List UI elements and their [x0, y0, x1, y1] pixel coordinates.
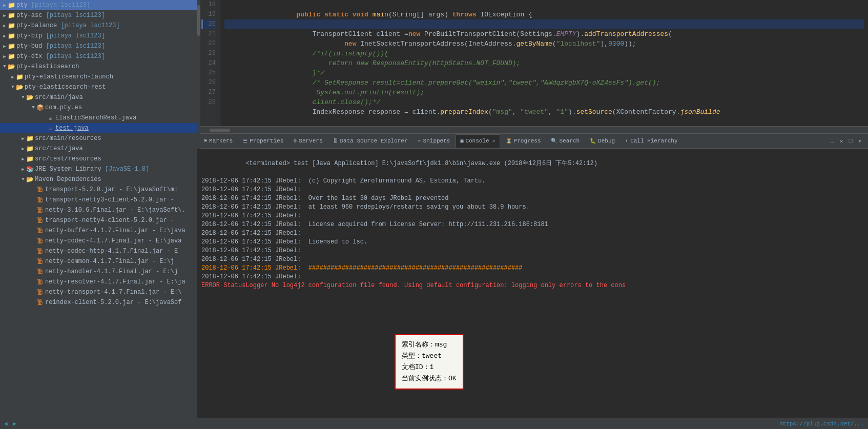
tab-search[interactable]: 🔍 Search	[546, 134, 584, 148]
tab-progress[interactable]: ⏳ Progress	[501, 134, 546, 148]
sidebar-item-reindex-client[interactable]: 🗜 reindex-client-5.2.0.jar - E:\javaSof	[0, 297, 197, 308]
sidebar-scroll-thumb[interactable]	[197, 5, 200, 36]
sidebar-item-label: pty [pitaya lsc1123]	[16, 2, 90, 9]
sidebar-item-netty-codec-http[interactable]: 🗜 netty-codec-http-4.1.7.Final.jar - E	[0, 246, 197, 256]
sidebar-item-netty-codec[interactable]: 🗜 netty-codec-4.1.7.Final.jar - E:\java	[0, 236, 197, 246]
jar-icon: 🗜	[36, 206, 44, 214]
tab-servers[interactable]: ⚙ Servers	[289, 134, 327, 148]
expand-icon[interactable]: ▶	[2, 3, 7, 8]
line-num-24: 24	[201, 58, 216, 68]
tab-console[interactable]: ▣ Console ✕	[456, 134, 500, 148]
line-num-22: 22	[201, 39, 216, 49]
sidebar-item-pty-dtx[interactable]: ▶ 📁 pty-dtx [pitaya lsc1123]	[0, 51, 197, 62]
expand-icon[interactable]: ▶	[20, 136, 26, 141]
expand-icon[interactable]: ▼	[31, 105, 36, 110]
sidebar-item-transport-netty3[interactable]: 🗜 transport-netty3-client-5.2.0.jar -	[0, 195, 197, 205]
expand-icon[interactable]: ▼	[2, 64, 7, 69]
jar-icon: 🗜	[36, 288, 44, 296]
minimize-button[interactable]: _	[828, 137, 836, 145]
sidebar-item-label: netty-transport-4.1.7.Final.jar - E:\	[45, 289, 181, 296]
sidebar-item-label: src/main/resources	[35, 135, 101, 142]
expand-icon[interactable]: ▶	[2, 13, 7, 18]
sidebar-item-jre-system[interactable]: ▶ 📚 JRE System Library [JavaSE-1.8]	[0, 164, 197, 174]
sidebar-item-label: com.pty.es	[45, 104, 82, 111]
code-area: 18 19 20 21 22 23 24 25 26 27 28	[197, 0, 868, 126]
sidebar-item-label: pty-balance [pitaya lsc1123]	[16, 22, 120, 29]
no-expand	[31, 269, 36, 274]
code-hscroll[interactable]	[197, 126, 868, 133]
tab-markers-label: Markers	[209, 138, 233, 144]
code-editor: 18 19 20 21 22 23 24 25 26 27 28	[197, 0, 868, 133]
console-line-5: 2018-12-06 17:42:15 JRebel:	[201, 212, 864, 220]
sidebar-item-netty-handler[interactable]: 🗜 netty-handler-4.1.7.Final.jar - E:\j	[0, 267, 197, 277]
sidebar-item-pty-bud[interactable]: ▶ 📁 pty-bud [pitaya lsc1123]	[0, 41, 197, 51]
sidebar-item-maven-deps[interactable]: ▼ 📂 Maven Dependencies	[0, 174, 197, 185]
sidebar-item-transport-netty4[interactable]: 🗜 transport-netty4-client-5.2.0.jar -	[0, 215, 197, 226]
sidebar-item-src-main-java[interactable]: ▼ 📂 src/main/java	[0, 92, 197, 103]
sidebar-item-src-main-resources[interactable]: ▶ 📁 src/main/resources	[0, 133, 197, 144]
jar-icon: 🗜	[36, 237, 44, 245]
bottom-left-arrow-left[interactable]: ◀	[4, 421, 8, 427]
folder-icon: 📁	[7, 22, 15, 30]
jar-icon: 🗜	[36, 227, 44, 235]
sidebar-item-src-test-java[interactable]: ▶ 📁 src/test/java	[0, 144, 197, 154]
sidebar-item-transport-520[interactable]: 🗜 transport-5.2.0.jar - E:\javaSoft\m:	[0, 185, 197, 195]
sidebar-item-test-java[interactable]: ☕ test.java	[0, 123, 197, 133]
sidebar-item-elasticsearch-rest-java[interactable]: ☕ ElasticSearchRest.java	[0, 113, 197, 123]
tab-console-label: Console	[465, 138, 489, 144]
line-numbers: 18 19 20 21 22 23 24 25 26 27 28	[197, 0, 220, 126]
folder-icon: 📂	[26, 93, 34, 101]
tab-call-hierarchy[interactable]: ⬆ Call Hierarchy	[621, 134, 682, 148]
expand-icon[interactable]: ▶	[2, 23, 7, 28]
tab-search-label: Search	[559, 138, 580, 144]
sidebar-item-pty-elasticsearch-rest[interactable]: ▼ 📂 pty-elasticsearch-rest	[0, 82, 197, 92]
sidebar-item-netty-resolver[interactable]: 🗜 netty-resolver-4.1.7.Final.jar - E:\ja	[0, 277, 197, 287]
expand-icon[interactable]: ▼	[20, 95, 26, 100]
tab-debug[interactable]: 🐛 Debug	[585, 134, 619, 148]
sidebar-item-pty-balance[interactable]: ▶ 📁 pty-balance [pitaya lsc1123]	[0, 21, 197, 31]
sidebar-item-com-pty-es[interactable]: ▼ 📦 com.pty.es	[0, 103, 197, 113]
console-line-8: 2018-12-06 17:42:15 JRebel: Licensed to …	[201, 238, 864, 247]
expand-icon[interactable]: ▼	[20, 177, 26, 182]
sidebar-item-pty[interactable]: ▶ 📁 pty [pitaya lsc1123]	[0, 0, 197, 10]
close-console-button[interactable]: ✕	[837, 137, 845, 145]
bottom-left-arrow-right[interactable]: ▶	[13, 421, 16, 427]
tab-call-hierarchy-label: Call Hierarchy	[630, 138, 677, 144]
no-expand	[31, 218, 36, 223]
tab-data-source-explorer[interactable]: 🗄 Data Source Explorer	[328, 134, 412, 148]
sidebar-item-label: test.java	[55, 125, 89, 132]
console-terminated-line: <terminated> test [Java Application] E:\…	[201, 151, 864, 177]
expand-icon[interactable]: ▶	[2, 33, 7, 38]
expand-icon[interactable]: ▶	[20, 146, 26, 151]
sidebar-item-pty-elasticsearch-launch[interactable]: ▶ 📁 pty-elasticsearch-launch	[0, 72, 197, 82]
console-line-10: 2018-12-06 17:42:15 JRebel:	[201, 255, 864, 264]
tab-console-close[interactable]: ✕	[492, 138, 495, 144]
sidebar-item-pty-bip[interactable]: ▶ 📁 pty-bip [pitaya lsc1123]	[0, 31, 197, 41]
tab-snippets[interactable]: ✂ Snippets	[414, 134, 455, 148]
maximize-button[interactable]: □	[846, 137, 855, 145]
sidebar-item-label: netty-codec-http-4.1.7.Final.jar - E	[45, 248, 178, 255]
tab-properties[interactable]: ☰ Properties	[238, 134, 288, 148]
sidebar-item-netty-310[interactable]: 🗜 netty-3.10.6.Final.jar - E:\javaSoft\.	[0, 205, 197, 215]
expand-icon[interactable]: ▶	[10, 74, 15, 79]
sidebar-item-pty-elasticsearch[interactable]: ▼ 📂 pty-elasticsearch	[0, 62, 197, 72]
expand-icon[interactable]: ▶	[20, 167, 26, 172]
project-explorer: ▶ 📁 pty [pitaya lsc1123] ▶ 📁 pty-asc [pi…	[0, 0, 197, 418]
sidebar-item-netty-common[interactable]: 🗜 netty-common-4.1.7.Final.jar - E:\j	[0, 256, 197, 267]
sidebar-item-netty-buffer[interactable]: 🗜 netty-buffer-4.1.7.Final.jar - E:\java	[0, 226, 197, 236]
expand-icon[interactable]: ▼	[10, 85, 15, 90]
jar-icon: 🗜	[36, 278, 44, 286]
expand-icon[interactable]: ▶	[20, 156, 26, 161]
no-expand	[31, 197, 36, 202]
sidebar-item-netty-transport[interactable]: 🗜 netty-transport-4.1.7.Final.jar - E:\	[0, 287, 197, 297]
sidebar-item-src-test-resources[interactable]: ▶ 📁 src/test/resources	[0, 154, 197, 164]
more-options-button[interactable]: ▾	[856, 137, 864, 145]
console-line-9: 2018-12-06 17:42:15 JRebel:	[201, 247, 864, 255]
sidebar-item-label: pty-bip [pitaya lsc1123]	[16, 32, 105, 39]
tab-markers[interactable]: ⚑ Markers	[199, 134, 237, 148]
expand-icon[interactable]: ▶	[2, 54, 7, 59]
hscroll-thumb[interactable]	[210, 129, 230, 132]
expand-icon[interactable]: ▶	[2, 44, 7, 49]
sidebar-item-pty-asc[interactable]: ▶ 📁 pty-asc [pitaya lsc1123]	[0, 10, 197, 21]
console-line-1: 2018-12-06 17:42:15 JRebel: (c) Copyrigh…	[201, 177, 864, 186]
